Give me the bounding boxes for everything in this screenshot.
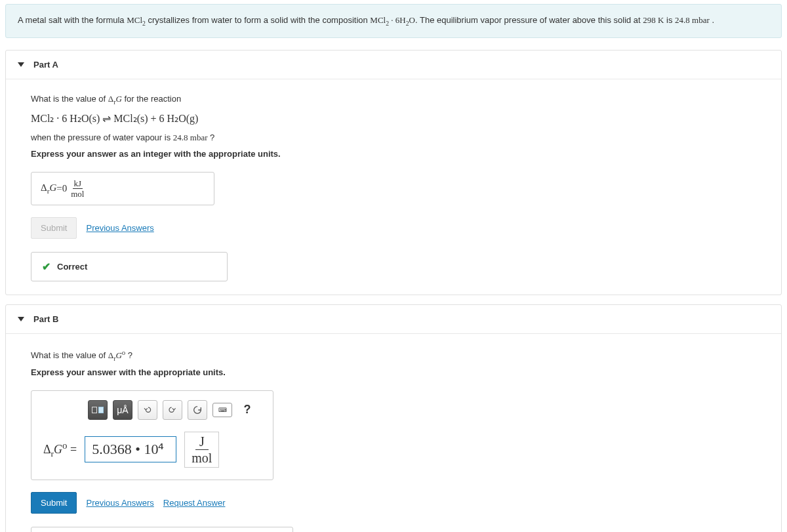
- reset-button[interactable]: [188, 400, 207, 420]
- part-b-instructions: Express your answer with the appropriate…: [31, 365, 756, 381]
- answer-units: kJ mol: [71, 179, 84, 198]
- caret-down-icon: [18, 317, 24, 321]
- formula-mcl2: MCl2: [127, 15, 146, 25]
- q-text: when the pressure of water vapour is: [31, 133, 173, 142]
- part-a-instructions: Express your answer as an integer with t…: [31, 146, 756, 163]
- part-a-feedback: ✔ Correct: [31, 252, 228, 281]
- part-b-question: What is the value of ΔrGo ?: [31, 346, 756, 365]
- problem-intro: A metal salt with the formula MCl2 cryst…: [5, 4, 782, 38]
- check-icon: ✔: [42, 260, 50, 273]
- part-a-answer-display: ΔrG = 0 kJ mol: [31, 172, 214, 205]
- unit-numerator: J: [195, 435, 209, 450]
- equals: =: [56, 183, 62, 194]
- intro-text: .: [710, 15, 714, 25]
- answer-lhs: ΔrG: [41, 182, 56, 195]
- request-answer-link[interactable]: Request Answer: [163, 498, 226, 508]
- q-text: for the reaction: [122, 94, 181, 104]
- part-a-condition: when the pressure of water vapour is 24.…: [31, 130, 756, 146]
- intro-text: is: [664, 15, 675, 25]
- part-a-question: What is the value of ΔrG for the reactio…: [31, 91, 756, 108]
- part-b: Part B What is the value of ΔrGo ? Expre…: [5, 304, 782, 532]
- submit-button: Submit: [31, 217, 77, 239]
- pressure-value: 24.8 mbar: [173, 133, 208, 142]
- previous-answers-link[interactable]: Previous Answers: [86, 223, 153, 233]
- part-b-title: Part B: [33, 314, 58, 324]
- part-b-header[interactable]: Part B: [6, 305, 781, 334]
- feedback-text: Correct: [57, 262, 87, 272]
- part-b-input-panel: μÅ ⌨ ? ΔrGo = 5.0368 • 10⁴: [31, 390, 273, 480]
- part-a-title: Part A: [33, 60, 58, 70]
- part-a-body: What is the value of ΔrG for the reactio…: [6, 79, 781, 294]
- template-button[interactable]: [88, 400, 108, 420]
- intro-text: . The equilibrium vapor pressure of wate…: [415, 15, 643, 25]
- intro-text: A metal salt with the formula: [18, 15, 127, 25]
- delta-r-g-symbol: ΔrG: [108, 94, 122, 104]
- temperature: 298 K: [643, 15, 664, 25]
- part-a-buttons: Submit Previous Answers: [31, 217, 756, 239]
- part-b-body: What is the value of ΔrGo ? Express your…: [6, 334, 781, 532]
- answer-input-row: ΔrGo = 5.0368 • 10⁴ J mol: [43, 432, 261, 468]
- undo-button[interactable]: [138, 400, 157, 420]
- delta-r-g-std-symbol: ΔrGo: [108, 350, 125, 360]
- part-b-buttons: Submit Previous Answers Request Answer: [31, 492, 756, 514]
- undo-icon: [142, 405, 153, 415]
- unit-denominator: mol: [71, 189, 84, 198]
- unit-numerator: kJ: [73, 179, 83, 189]
- q-text: ?: [208, 133, 215, 142]
- caret-down-icon: [18, 62, 24, 67]
- template-slot-icon: [98, 407, 104, 413]
- pressure: 24.8 mbar: [675, 15, 710, 25]
- input-toolbar: μÅ ⌨ ?: [88, 400, 261, 420]
- formula-hydrate: MCl2 · 6H2O: [370, 15, 415, 25]
- keyboard-button[interactable]: ⌨: [212, 403, 232, 417]
- reset-icon: [192, 405, 203, 415]
- help-button[interactable]: ?: [237, 400, 257, 420]
- unit-denominator: mol: [192, 450, 212, 464]
- part-a: Part A What is the value of ΔrG for the …: [5, 50, 782, 295]
- answer-lhs: ΔrGo =: [43, 440, 77, 459]
- answer-value: 0: [62, 183, 68, 194]
- units-button[interactable]: μÅ: [113, 400, 132, 420]
- intro-text: crystallizes from water to form a solid …: [146, 15, 370, 25]
- submit-button[interactable]: Submit: [31, 492, 77, 514]
- reaction-equation: MCl₂ · 6 H₂O(s) ⇌ MCl₂(s) + 6 H₂O(g): [31, 112, 756, 125]
- q-text: ?: [125, 350, 132, 360]
- keyboard-icon: ⌨: [218, 407, 227, 413]
- previous-answers-link[interactable]: Previous Answers: [86, 498, 153, 508]
- q-text: What is the value of: [31, 94, 108, 104]
- unit-input[interactable]: J mol: [184, 432, 219, 468]
- part-a-header[interactable]: Part A: [6, 51, 781, 79]
- value-input[interactable]: 5.0368 • 10⁴: [85, 436, 176, 462]
- q-text: What is the value of: [31, 350, 108, 360]
- redo-icon: [167, 405, 178, 415]
- redo-button[interactable]: [163, 400, 182, 420]
- part-b-feedback: ✖ Incorrect; Try Again; 2 attempts remai…: [31, 527, 293, 532]
- template-slot-icon: [92, 407, 97, 413]
